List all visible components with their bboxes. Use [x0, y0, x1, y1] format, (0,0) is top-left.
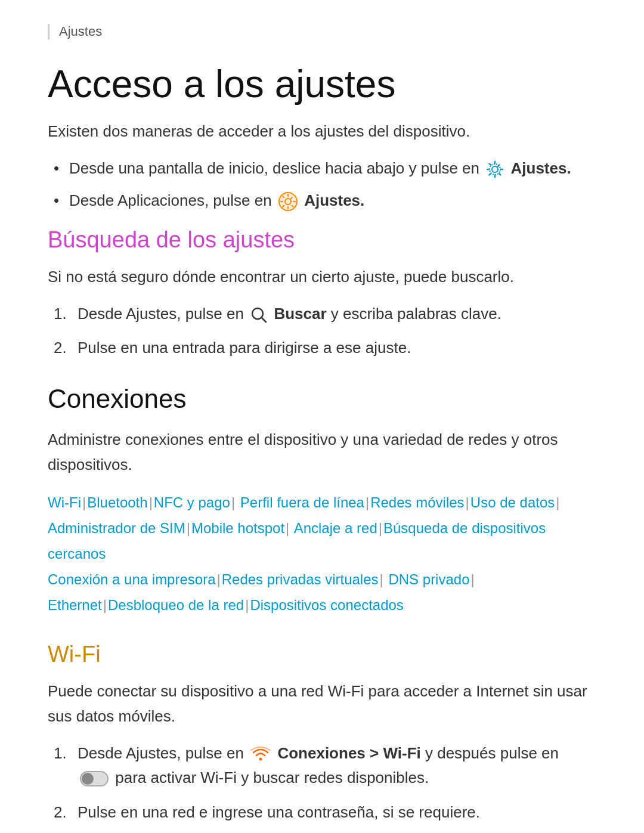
link-perfil[interactable]: Perfil fuera de línea: [240, 494, 364, 510]
wifi-intro: Puede conectar su dispositivo a una red …: [48, 679, 596, 729]
link-wifi[interactable]: Wi-Fi: [48, 494, 81, 510]
search-icon: [250, 306, 267, 323]
wifi-step-1: Desde Ajustes, pulse en Conexiones > Wi-…: [48, 741, 596, 791]
link-nfc[interactable]: NFC y pago: [154, 494, 230, 510]
wifi-connections-icon: [250, 746, 271, 763]
link-dispositivos-conectados[interactable]: Dispositivos conectados: [250, 597, 403, 613]
breadcrumb: Ajustes: [48, 24, 596, 39]
wifi-step-2: Pulse en una red e ingrese una contraseñ…: [48, 800, 596, 825]
link-uso-datos[interactable]: Uso de datos: [470, 494, 555, 510]
link-redes-privadas[interactable]: Redes privadas virtuales: [222, 571, 379, 587]
conexiones-links: Wi-Fi|Bluetooth|NFC y pago| Perfil fuera…: [48, 490, 596, 618]
main-title: Acceso a los ajustes: [48, 63, 596, 105]
link-mobile-hotspot[interactable]: Mobile hotspot: [191, 520, 284, 536]
svg-line-6: [262, 318, 266, 322]
wifi-steps: Desde Ajustes, pulse en Conexiones > Wi-…: [48, 741, 596, 833]
wifi-title: Wi-Fi: [48, 642, 596, 667]
busqueda-steps: Desde Ajustes, pulse en Buscar y escriba…: [48, 302, 596, 361]
busqueda-step-1: Desde Ajustes, pulse en Buscar y escriba…: [48, 302, 596, 327]
intro-text: Existen dos maneras de acceder a los aju…: [48, 119, 596, 144]
svg-point-0: [492, 166, 498, 172]
busqueda-title: Búsqueda de los ajustes: [48, 227, 596, 253]
gear-purple-icon: [278, 192, 298, 211]
conexiones-intro: Administre conexiones entre el dispositi…: [48, 428, 596, 477]
conexiones-title: Conexiones: [48, 385, 596, 413]
link-anclaje[interactable]: Anclaje a red: [294, 520, 377, 536]
link-desbloqueo-red[interactable]: Desbloqueo de la red: [108, 597, 244, 613]
bullet-item-1: Desde una pantalla de inicio, deslice ha…: [48, 156, 596, 181]
link-admin-sim[interactable]: Administrador de SIM: [48, 520, 185, 536]
toggle-icon: [80, 771, 109, 786]
conexiones-section: Conexiones Administre conexiones entre e…: [48, 385, 596, 618]
link-bluetooth[interactable]: Bluetooth: [87, 494, 147, 510]
busqueda-section: Búsqueda de los ajustes Si no está segur…: [48, 227, 596, 361]
svg-point-7: [259, 757, 262, 760]
access-methods-list: Desde una pantalla de inicio, deslice ha…: [48, 156, 596, 213]
busqueda-step-2: Pulse en una entrada para dirigirse a es…: [48, 336, 596, 361]
wifi-section: Wi-Fi Puede conectar su dispositivo a un…: [48, 642, 596, 833]
svg-point-1: [490, 164, 500, 175]
link-conexion-impresora[interactable]: Conexión a una impresora: [48, 571, 216, 587]
page-container: Ajustes Acceso a los ajustes Existen dos…: [0, 0, 644, 833]
link-redes-moviles[interactable]: Redes móviles: [370, 494, 464, 510]
link-ethernet[interactable]: Ethernet: [48, 597, 102, 613]
busqueda-intro: Si no está seguro dónde encontrar un cie…: [48, 265, 596, 290]
gear-blue-icon: [486, 160, 504, 178]
bullet-item-2: Desde Aplicaciones, pulse en Ajustes.: [48, 188, 596, 213]
link-dns-privado[interactable]: DNS privado: [388, 571, 469, 587]
